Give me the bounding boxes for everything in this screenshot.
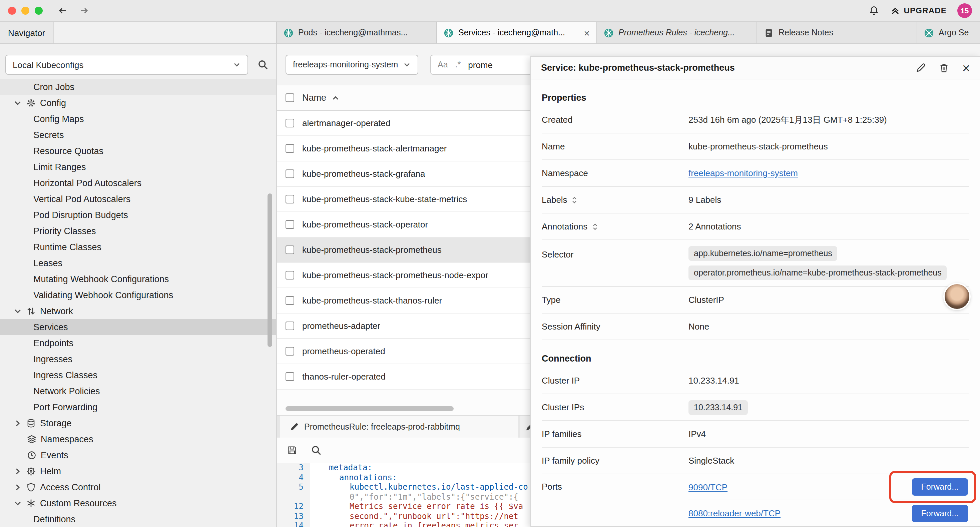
- sidebar-item-endpoints[interactable]: Endpoints: [0, 335, 276, 351]
- sidebar-item-runtime-classes[interactable]: Runtime Classes: [0, 239, 276, 255]
- table-row[interactable]: prometheus-operated: [277, 339, 530, 364]
- search-icon[interactable]: [258, 59, 268, 70]
- row-checkbox[interactable]: [286, 245, 294, 254]
- search-box[interactable]: Aa .* prome: [430, 55, 530, 75]
- tab-prometheus-rules-icecheng[interactable]: Prometheus Rules - icecheng...: [597, 22, 757, 43]
- tab-pods-icecheng-mathmas[interactable]: Pods - icecheng@mathmas...: [277, 22, 437, 43]
- expand-annotations-icon[interactable]: [591, 223, 599, 231]
- upgrade-button[interactable]: UPGRADE: [890, 5, 947, 16]
- sidebar-item-network-policies[interactable]: Network Policies: [0, 383, 276, 399]
- zoom-window-button[interactable]: [35, 7, 43, 15]
- sidebar-item-ingress-classes[interactable]: Ingress Classes: [0, 367, 276, 383]
- chevron-down-icon[interactable]: [13, 99, 22, 107]
- row-checkbox[interactable]: [286, 372, 294, 381]
- chevron-right-icon[interactable]: [13, 466, 22, 475]
- sidebar-item-config[interactable]: Config: [0, 95, 276, 111]
- editor-search-icon[interactable]: [311, 445, 321, 455]
- row-checkbox[interactable]: [286, 322, 294, 330]
- row-checkbox[interactable]: [286, 119, 294, 127]
- sidebar-item-events[interactable]: Events: [0, 447, 276, 463]
- table-row[interactable]: prometheus-adapter: [277, 314, 530, 339]
- table-row[interactable]: alertmanager-operated: [277, 111, 530, 136]
- chevron-right-icon[interactable]: [13, 482, 22, 491]
- sidebar-item-leases[interactable]: Leases: [0, 255, 276, 271]
- port-row-8080: 8080:reloader-web/TCP Forward...: [689, 500, 969, 526]
- close-icon[interactable]: ×: [963, 62, 970, 73]
- forward-button[interactable]: Forward...: [912, 478, 968, 496]
- sidebar-item-horizontal-pod-autoscalers[interactable]: Horizontal Pod Autoscalers: [0, 175, 276, 191]
- sidebar-item-access-control[interactable]: Access Control: [0, 479, 276, 495]
- table-row[interactable]: kube-prometheus-stack-thanos-ruler: [277, 288, 530, 314]
- dock-tab-partial[interactable]: [520, 416, 530, 438]
- kubeconfig-select[interactable]: Local Kubeconfigs: [5, 55, 248, 75]
- tab-services-icecheng-math[interactable]: Services - icecheng@math...×: [437, 22, 597, 43]
- edit-icon[interactable]: [916, 62, 926, 73]
- row-checkbox[interactable]: [286, 271, 294, 280]
- back-icon[interactable]: [57, 5, 68, 16]
- sidebar-item-secrets[interactable]: Secrets: [0, 127, 276, 143]
- table-row[interactable]: kube-prometheus-stack-grafana: [277, 161, 530, 187]
- row-checkbox[interactable]: [286, 195, 294, 204]
- sidebar-item-validating-webhook-configurations[interactable]: Validating Webhook Configurations: [0, 287, 276, 303]
- table-row[interactable]: thanos-ruler-operated: [277, 364, 530, 390]
- sidebar-item-vertical-pod-autoscalers[interactable]: Vertical Pod Autoscalers: [0, 191, 276, 207]
- forward-button[interactable]: Forward...: [912, 505, 968, 522]
- save-icon[interactable]: [287, 445, 298, 455]
- sidebar-item-limit-ranges[interactable]: Limit Ranges: [0, 159, 276, 175]
- sidebar-item-config-maps[interactable]: Config Maps: [0, 111, 276, 127]
- name-column-header[interactable]: Name: [302, 93, 326, 103]
- notifications-bell-icon[interactable]: [869, 5, 879, 16]
- port-link[interactable]: 8080:reloader-web/TCP: [689, 508, 781, 518]
- close-window-button[interactable]: [8, 7, 16, 15]
- tab-release-notes[interactable]: Release Notes: [757, 22, 917, 43]
- sidebar-item-helm[interactable]: Helm: [0, 463, 276, 479]
- select-all-checkbox[interactable]: [286, 93, 294, 102]
- table-row[interactable]: kube-prometheus-stack-prometheus-node-ex…: [277, 263, 530, 288]
- notification-count-badge[interactable]: 15: [957, 3, 972, 18]
- sidebar-item-cron-jobs[interactable]: Cron Jobs: [0, 79, 276, 95]
- user-avatar[interactable]: [945, 284, 969, 309]
- row-label: Cluster IPs: [542, 402, 689, 412]
- minimize-window-button[interactable]: [21, 7, 29, 15]
- namespace-select[interactable]: freeleaps-monitoring-system: [286, 55, 418, 75]
- sidebar-item-mutating-webhook-configurations[interactable]: Mutating Webhook Configurations: [0, 271, 276, 287]
- sidebar-item-port-forwarding[interactable]: Port Forwarding: [0, 399, 276, 415]
- row-checkbox[interactable]: [286, 347, 294, 355]
- sidebar-scrollbar[interactable]: [267, 193, 272, 347]
- table-row[interactable]: kube-prometheus-stack-alertmanager: [277, 136, 530, 161]
- table-row[interactable]: kube-prometheus-stack-operator: [277, 212, 530, 237]
- sidebar-item-custom-resources[interactable]: Custom Resources: [0, 495, 276, 511]
- chevron-right-icon[interactable]: [13, 419, 22, 427]
- namespace-link[interactable]: freeleaps-monitoring-system: [689, 168, 798, 178]
- forward-icon[interactable]: [79, 5, 89, 16]
- close-tab-icon[interactable]: ×: [581, 28, 590, 38]
- sidebar-item-priority-classes[interactable]: Priority Classes: [0, 223, 276, 239]
- regex-toggle[interactable]: .*: [455, 60, 461, 69]
- sidebar-item-storage[interactable]: Storage: [0, 415, 276, 431]
- tab-argo-se[interactable]: Argo Se: [917, 22, 980, 43]
- sort-ascending-icon[interactable]: [332, 94, 340, 102]
- match-case-toggle[interactable]: Aa: [438, 60, 448, 69]
- search-input[interactable]: prome: [468, 60, 493, 70]
- table-row[interactable]: kube-prometheus-stack-kube-state-metrics: [277, 187, 530, 212]
- row-checkbox[interactable]: [286, 296, 294, 305]
- dock-tab-prometheusrule[interactable]: PrometheusRule: freeleaps-prod-rabbitmq: [280, 416, 518, 438]
- sidebar-item-resource-quotas[interactable]: Resource Quotas: [0, 143, 276, 159]
- sidebar-item-ingresses[interactable]: Ingresses: [0, 351, 276, 367]
- delete-icon[interactable]: [939, 62, 950, 73]
- horizontal-scrollbar[interactable]: [286, 406, 453, 411]
- sidebar-item-definitions[interactable]: Definitions: [0, 511, 276, 527]
- yaml-editor[interactable]: 3metadata:4annotations:5kubectl.kubernet…: [277, 463, 530, 527]
- table-row[interactable]: kube-prometheus-stack-prometheus: [277, 237, 530, 263]
- sidebar-item-namespaces[interactable]: Namespaces: [0, 431, 276, 447]
- row-checkbox[interactable]: [286, 144, 294, 153]
- chevron-down-icon[interactable]: [13, 498, 22, 507]
- sidebar-item-services[interactable]: Services: [0, 319, 276, 335]
- chevron-down-icon[interactable]: [13, 307, 22, 315]
- row-checkbox[interactable]: [286, 169, 294, 178]
- sidebar-item-network[interactable]: Network: [0, 303, 276, 319]
- sidebar-item-pod-disruption-budgets[interactable]: Pod Disruption Budgets: [0, 207, 276, 223]
- port-link[interactable]: 9090/TCP: [689, 482, 727, 492]
- expand-labels-icon[interactable]: [571, 196, 579, 204]
- row-checkbox[interactable]: [286, 220, 294, 229]
